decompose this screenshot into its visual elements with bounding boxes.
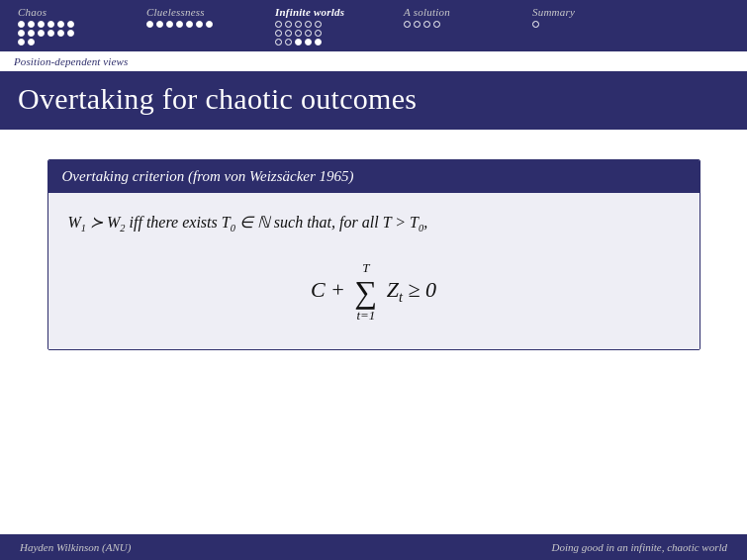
- dot: [57, 21, 64, 28]
- dot: [285, 30, 292, 37]
- nav-dots-infinite-worlds: [275, 21, 322, 46]
- dot: [414, 21, 420, 28]
- dot: [433, 21, 440, 28]
- dot: [186, 21, 193, 28]
- dot: [315, 21, 322, 28]
- theorem-formula: C + T ∑ t=1 Zt ≥ 0: [68, 254, 680, 327]
- nav-label-summary: Summary: [532, 6, 575, 18]
- footer-left: Hayden Wilkinson (ANU): [20, 541, 131, 553]
- top-navigation: Chaos Cl: [0, 0, 747, 51]
- dot: [305, 21, 312, 28]
- nav-dots-chaos: [18, 21, 74, 46]
- dot: [285, 21, 292, 28]
- nav-label-infinite-worlds: Infinite worlds: [275, 6, 344, 18]
- page-title: Overtaking for chaotic outcomes: [18, 82, 729, 116]
- dot: [28, 30, 35, 37]
- footer-right: Doing good in an infinite, chaotic world: [551, 541, 727, 553]
- dot: [176, 21, 183, 28]
- dot: [206, 21, 213, 28]
- dot: [67, 30, 74, 37]
- nav-label-cluelessness: Cluelessness: [146, 6, 205, 18]
- dot: [18, 39, 25, 46]
- dot: [295, 21, 302, 28]
- summation-sign: ∑: [354, 276, 377, 308]
- dot: [166, 21, 173, 28]
- nav-section-infinite-worlds[interactable]: Infinite worlds: [267, 6, 396, 46]
- dot: [67, 21, 74, 28]
- nav-dots-summary: [532, 21, 539, 28]
- nav-section-summary[interactable]: Summary: [524, 6, 653, 28]
- theorem-body-text: W1 ≻ W2 iff there exists T0 ∈ ℕ such tha…: [68, 211, 680, 236]
- dot: [38, 30, 45, 37]
- dot: [28, 21, 35, 28]
- nav-dots-cluelessness: [146, 21, 213, 28]
- dot: [315, 30, 322, 37]
- dot: [275, 21, 282, 28]
- nav-label-a-solution: A solution: [404, 6, 450, 18]
- dot: [285, 39, 292, 46]
- dot: [18, 21, 25, 28]
- dot: [196, 21, 203, 28]
- dot: [404, 21, 411, 28]
- dot: [146, 21, 153, 28]
- nav-section-chaos[interactable]: Chaos: [10, 6, 139, 46]
- dot: [47, 30, 54, 37]
- formula-content: C + T ∑ t=1 Zt ≥ 0: [311, 277, 436, 302]
- footer: Hayden Wilkinson (ANU) Doing good in an …: [0, 534, 747, 560]
- dot: [38, 21, 45, 28]
- nav-dots-a-solution: [404, 21, 440, 28]
- dot: [532, 21, 539, 28]
- sum-lower-limit: t=1: [356, 308, 375, 324]
- dot: [156, 21, 163, 28]
- nav-section-a-solution[interactable]: A solution: [396, 6, 524, 28]
- subtitle-text: Position-dependent views: [14, 55, 128, 67]
- dot: [315, 39, 322, 46]
- dot: [295, 30, 302, 37]
- dot: [275, 30, 282, 37]
- dot-current: [295, 39, 302, 46]
- dot: [305, 30, 312, 37]
- theorem-title: Overtaking criterion (from von Weizsäcke…: [48, 160, 700, 193]
- dot: [47, 21, 54, 28]
- theorem-box: Overtaking criterion (from von Weizsäcke…: [47, 159, 700, 350]
- title-bar: Overtaking for chaotic outcomes: [0, 72, 747, 130]
- dot: [28, 39, 35, 46]
- subtitle-bar: Position-dependent views: [0, 51, 747, 72]
- theorem-body: W1 ≻ W2 iff there exists T0 ∈ ℕ such tha…: [48, 193, 700, 349]
- dot: [18, 30, 25, 37]
- dot: [57, 30, 64, 37]
- dot: [275, 39, 282, 46]
- nav-section-cluelessness[interactable]: Cluelessness: [139, 6, 267, 28]
- dot: [423, 21, 430, 28]
- nav-label-chaos: Chaos: [18, 6, 47, 18]
- dot: [305, 39, 312, 46]
- sum-symbol: T ∑ t=1: [354, 260, 377, 324]
- theorem-body-text-content: W1 ≻ W2 iff there exists T0 ∈ ℕ such tha…: [68, 214, 428, 231]
- main-content: Overtaking criterion (from von Weizsäcke…: [0, 130, 747, 370]
